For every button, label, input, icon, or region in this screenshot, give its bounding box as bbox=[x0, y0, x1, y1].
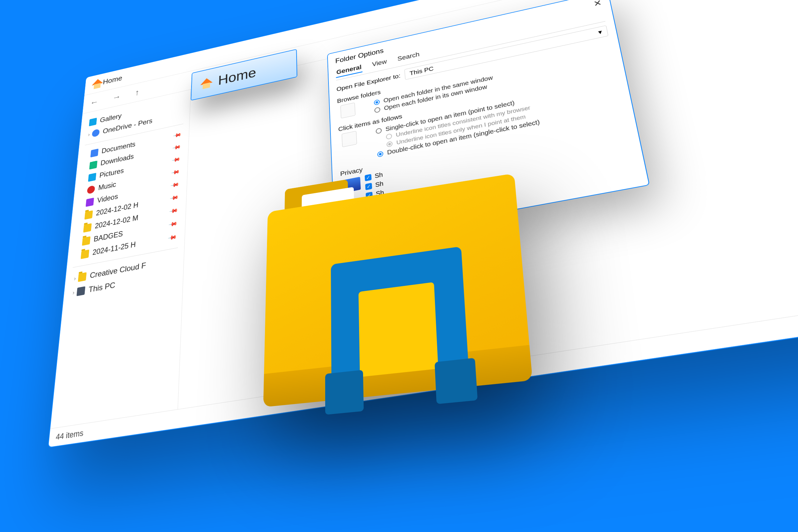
home-icon bbox=[92, 78, 103, 90]
pc-icon bbox=[76, 286, 85, 296]
folder-icon bbox=[78, 272, 87, 282]
chevron-right-icon: › bbox=[74, 275, 76, 282]
tab-search[interactable]: Search bbox=[396, 50, 421, 64]
pin-icon: 📌 bbox=[169, 206, 178, 216]
pin-icon: 📌 bbox=[170, 193, 179, 202]
file-explorer-logo-icon bbox=[262, 148, 565, 441]
chevron-right-icon: › bbox=[72, 289, 75, 296]
chip-label: Home bbox=[218, 64, 256, 88]
pin-icon: 📌 bbox=[168, 219, 178, 229]
folder-icon bbox=[81, 249, 90, 259]
folder-icon bbox=[84, 210, 93, 220]
dropdown-value: This PC bbox=[409, 65, 434, 77]
browse-folders-icon bbox=[341, 102, 356, 118]
pin-icon: 📌 bbox=[172, 143, 181, 152]
home-icon bbox=[200, 77, 213, 90]
forward-button[interactable]: → bbox=[112, 92, 121, 102]
sidebar-item-label: This PC bbox=[88, 280, 115, 294]
chevron-right-icon: › bbox=[88, 131, 90, 137]
pin-icon: 📌 bbox=[173, 131, 182, 139]
pic-icon bbox=[88, 173, 96, 182]
tab-general[interactable]: General bbox=[336, 62, 362, 78]
up-button[interactable]: ↑ bbox=[135, 88, 140, 97]
gallery-icon bbox=[89, 118, 97, 126]
pin-icon: 📌 bbox=[171, 155, 180, 164]
folder-icon bbox=[83, 223, 92, 232]
radio-icon bbox=[374, 107, 380, 113]
radio-icon bbox=[374, 99, 380, 106]
down-icon bbox=[89, 160, 97, 170]
doc-icon bbox=[91, 148, 98, 157]
tab-view[interactable]: View bbox=[371, 57, 388, 70]
radio-icon bbox=[376, 128, 382, 134]
music-icon bbox=[87, 185, 95, 194]
radio-icon bbox=[386, 133, 392, 140]
click-items-icon bbox=[342, 131, 357, 147]
radio-icon bbox=[377, 151, 383, 157]
status-text: 44 items bbox=[56, 428, 84, 442]
radio-icon bbox=[386, 141, 393, 148]
back-button[interactable]: ← bbox=[90, 97, 99, 108]
sidebar: Gallery › OneDrive - Pers Documents📌Down… bbox=[50, 90, 191, 428]
pin-icon: 📌 bbox=[170, 180, 180, 190]
folder-icon bbox=[82, 236, 91, 246]
sidebar-item-label: Videos bbox=[97, 192, 118, 205]
chevron-down-icon: ▾ bbox=[597, 28, 603, 36]
pin-icon: 📌 bbox=[171, 168, 180, 176]
cloud-icon bbox=[92, 129, 100, 137]
close-button[interactable]: ✕ bbox=[593, 0, 603, 8]
pin-icon: 📌 bbox=[168, 232, 177, 242]
sidebar-item-label: Music bbox=[98, 180, 116, 192]
video-icon bbox=[86, 197, 94, 207]
window-title: Home bbox=[102, 74, 122, 86]
